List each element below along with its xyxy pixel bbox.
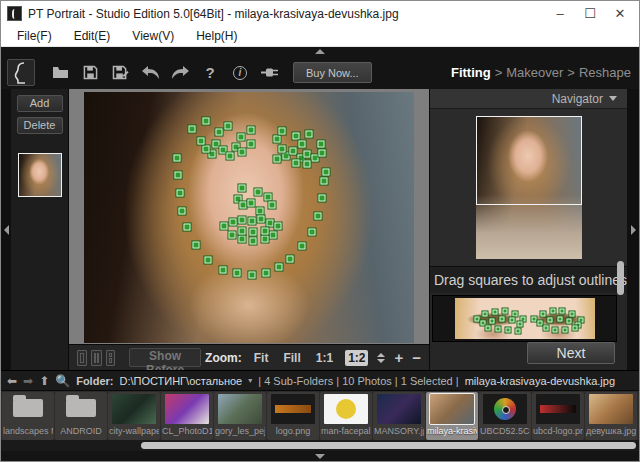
landmark-handle[interactable] bbox=[209, 151, 216, 158]
filmstrip-item[interactable]: CL_PhotoD12. bbox=[161, 392, 213, 440]
zoom-out-button[interactable]: − bbox=[412, 351, 421, 365]
landmark-handle[interactable] bbox=[279, 127, 286, 134]
split-horizontal-icon[interactable] bbox=[106, 350, 116, 366]
folder-dropdown-icon[interactable]: ▾ bbox=[248, 376, 252, 385]
landmark-handle[interactable] bbox=[304, 160, 311, 167]
landmark-handle[interactable] bbox=[234, 269, 241, 276]
breadcrumb-fitting[interactable]: Fitting bbox=[451, 65, 491, 80]
zoom-option-fill[interactable]: Fill bbox=[280, 350, 303, 366]
undo-icon[interactable] bbox=[137, 61, 163, 85]
show-before-button[interactable]: Show Before bbox=[129, 348, 201, 367]
filmstrip-item[interactable]: ubcd-logo.png bbox=[532, 392, 584, 440]
landmark-handle[interactable] bbox=[173, 155, 180, 162]
filmstrip-item[interactable]: gory_les_pejz. bbox=[214, 392, 266, 440]
landmark-handle[interactable] bbox=[274, 136, 281, 143]
landmark-handle[interactable] bbox=[197, 137, 204, 144]
landmark-handle[interactable] bbox=[306, 131, 313, 138]
minimize-button[interactable]: – bbox=[545, 3, 575, 24]
close-button[interactable]: ✕ bbox=[605, 3, 635, 24]
landmark-handle[interactable] bbox=[193, 241, 200, 248]
landmark-handle[interactable] bbox=[299, 141, 306, 148]
landmark-handle[interactable] bbox=[320, 177, 327, 184]
landmark-handle[interactable] bbox=[230, 219, 237, 226]
filmstrip-scrollbar-track[interactable] bbox=[1, 440, 639, 451]
landmark-handle[interactable] bbox=[247, 200, 254, 207]
landmark-handle[interactable] bbox=[220, 222, 227, 229]
navigator-header[interactable]: Navigator bbox=[430, 89, 627, 109]
landmark-handle[interactable] bbox=[317, 141, 324, 148]
landmark-handle[interactable] bbox=[257, 216, 264, 223]
collapse-left-icon[interactable] bbox=[4, 225, 9, 235]
right-panel-scrollbar[interactable] bbox=[617, 261, 624, 295]
landmark-handle[interactable] bbox=[237, 134, 244, 141]
navigator-thumbnail[interactable] bbox=[476, 116, 582, 259]
landmark-handle[interactable] bbox=[247, 141, 254, 148]
next-button[interactable]: Next bbox=[527, 342, 615, 364]
landmark-handle[interactable] bbox=[239, 148, 246, 155]
up-icon[interactable]: ⬆ bbox=[39, 375, 49, 387]
landmark-handle[interactable] bbox=[266, 219, 273, 226]
zoom-spinner[interactable] bbox=[377, 353, 385, 363]
landmark-handle[interactable] bbox=[212, 141, 219, 148]
landmark-handle[interactable] bbox=[176, 190, 183, 197]
landmark-handle[interactable] bbox=[256, 207, 263, 214]
landmark-handle[interactable] bbox=[322, 168, 329, 175]
menu-item-help[interactable]: Help(H) bbox=[186, 27, 247, 45]
landmark-handle[interactable] bbox=[202, 117, 209, 124]
face-thumbnail[interactable] bbox=[18, 153, 62, 197]
landmark-handle[interactable] bbox=[265, 194, 272, 201]
search-icon[interactable]: 🔍 bbox=[55, 375, 70, 387]
landmark-handle[interactable] bbox=[202, 146, 209, 153]
filmstrip-item[interactable]: logo.png bbox=[267, 392, 319, 440]
landmark-handle[interactable] bbox=[229, 232, 236, 239]
landmark-handle[interactable] bbox=[318, 195, 325, 202]
single-view-icon[interactable] bbox=[77, 350, 87, 366]
landmark-handle[interactable] bbox=[175, 172, 182, 179]
landmark-handle[interactable] bbox=[225, 122, 232, 129]
landmark-handle[interactable] bbox=[276, 264, 283, 271]
filmstrip-item[interactable]: city-wallpape. bbox=[108, 392, 160, 440]
forward-icon[interactable]: ➡ bbox=[23, 375, 33, 387]
redo-icon[interactable] bbox=[167, 61, 193, 85]
zoom-in-button[interactable]: + bbox=[394, 351, 403, 365]
landmark-handle[interactable] bbox=[274, 156, 281, 163]
landmark-handle[interactable] bbox=[239, 228, 246, 235]
app-logo-icon[interactable] bbox=[7, 59, 35, 86]
landmark-handle[interactable] bbox=[226, 153, 233, 160]
filmstrip-item[interactable]: milaya-krasiv. bbox=[426, 392, 478, 440]
landmark-handle[interactable] bbox=[238, 216, 245, 223]
landmark-handle[interactable] bbox=[238, 236, 245, 243]
zoom-option-1-1[interactable]: 1:1 bbox=[313, 350, 336, 366]
landmark-handle[interactable] bbox=[304, 150, 311, 157]
landmark-handle[interactable] bbox=[315, 212, 322, 219]
menu-item-file[interactable]: File(F) bbox=[7, 27, 62, 45]
collapse-up-icon[interactable] bbox=[315, 49, 325, 54]
filmstrip-scrollbar-thumb[interactable] bbox=[141, 442, 636, 449]
landmark-handle[interactable] bbox=[248, 271, 255, 278]
landmark-handle[interactable] bbox=[275, 223, 282, 230]
landmark-handle[interactable] bbox=[312, 155, 319, 162]
landmark-handle[interactable] bbox=[262, 269, 269, 276]
landmark-handle[interactable] bbox=[247, 127, 254, 134]
landmark-handle[interactable] bbox=[219, 266, 226, 273]
navigator-viewport-rect[interactable] bbox=[476, 116, 582, 205]
open-folder-icon[interactable] bbox=[47, 61, 73, 85]
breadcrumb-reshape[interactable]: Reshape bbox=[579, 65, 631, 80]
landmark-handle[interactable] bbox=[282, 153, 289, 160]
landmark-handle[interactable] bbox=[248, 218, 255, 225]
landmark-handle[interactable] bbox=[255, 189, 262, 196]
menu-item-view[interactable]: View(V) bbox=[122, 27, 184, 45]
landmark-handle[interactable] bbox=[179, 207, 186, 214]
landmark-handle[interactable] bbox=[215, 129, 222, 136]
landmark-handle[interactable] bbox=[205, 257, 212, 264]
portrait-photo[interactable] bbox=[84, 92, 414, 343]
landmark-handle[interactable] bbox=[289, 147, 296, 154]
landmark-handle[interactable] bbox=[286, 256, 293, 263]
landmark-handle[interactable] bbox=[261, 235, 268, 242]
back-icon[interactable]: ⬅ bbox=[7, 375, 17, 387]
landmark-handle[interactable] bbox=[189, 126, 196, 133]
save-icon[interactable] bbox=[77, 61, 103, 85]
filmstrip-item[interactable]: девушка.jpg bbox=[585, 392, 637, 440]
filmstrip-item[interactable]: ANDROID bbox=[55, 392, 107, 440]
zoom-option-1-2[interactable]: 1:2 bbox=[345, 350, 368, 366]
